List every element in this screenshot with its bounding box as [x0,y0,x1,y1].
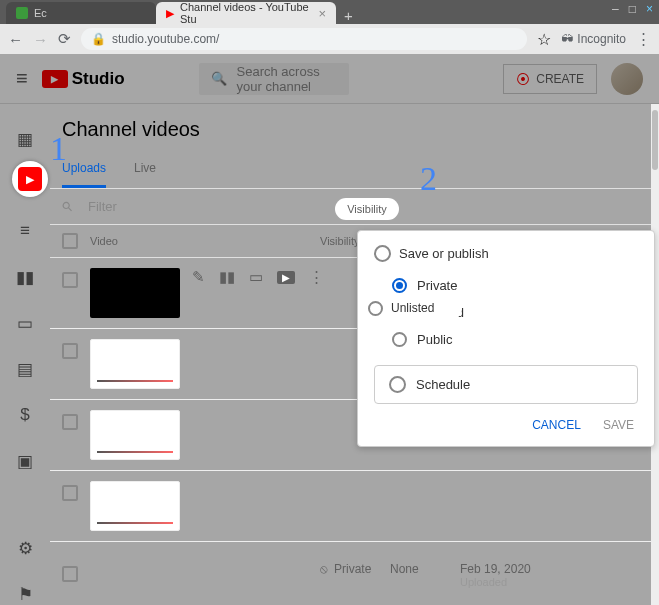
tab-title: Channel videos - YouTube Stu [180,1,312,25]
youtube-icon[interactable]: ▶ [277,271,295,284]
save-button[interactable]: SAVE [603,418,634,432]
annotation-number-1: 1 [50,130,67,168]
radio-unlisted-highlight [368,301,383,316]
tab-uploads[interactable]: Uploads [62,151,106,188]
tab-strip: Ec ▶ Channel videos - YouTube Stu × + [0,0,659,24]
youtube-favicon: ▶ [166,7,174,20]
page-title: Channel videos [50,104,659,151]
incognito-icon: 🕶 [561,32,573,46]
row-checkbox[interactable] [62,272,78,288]
cancel-button[interactable]: CANCEL [532,418,581,432]
rail-feedback[interactable]: ⚑ [14,583,36,605]
maximize-button[interactable]: □ [629,2,636,16]
rail-monetization[interactable]: $ [14,404,36,426]
search-input[interactable]: 🔍 Search across your channel [199,63,349,95]
select-all-checkbox[interactable] [62,233,78,249]
rail-playlists[interactable]: ≡ [14,220,36,242]
content-tabs: Uploads Live [50,151,659,189]
rail-subtitles[interactable]: ▤ [14,358,36,380]
rail-library[interactable]: ▣ [14,450,36,472]
tab-title: Ec [34,7,47,19]
create-button[interactable]: ⦿ CREATE [503,64,597,94]
row-checkbox[interactable] [62,414,78,430]
schedule-option[interactable]: Schedule [374,365,638,404]
edit-icon[interactable]: ✎ [192,268,205,286]
browser-menu-button[interactable]: ⋮ [636,30,651,48]
filter-icon: ⚲ [58,198,76,216]
row-checkbox[interactable] [62,343,78,359]
annotation-highlight-visibility-header: Visibility [335,198,399,220]
search-icon: 🔍 [211,71,227,86]
more-icon[interactable]: ⋮ [309,268,324,286]
analytics-icon[interactable]: ▮▮ [219,268,235,286]
studio-label: Studio [72,69,125,89]
annotation-highlight-unlisted: Unlisted [360,295,462,321]
create-label: CREATE [536,72,584,86]
visibility-dropdown: Save or publish Private Unlisted Public … [357,230,655,447]
filter-label: Filter [88,199,117,214]
youtube-icon: ▶ [42,70,68,88]
content-icon: ▶ [18,167,42,191]
radio-schedule[interactable] [389,376,406,393]
rail-settings[interactable]: ⚙ [14,537,36,559]
tab-live[interactable]: Live [134,151,156,188]
url-text: studio.youtube.com/ [112,32,219,46]
save-or-publish-radio[interactable] [374,245,391,262]
video-thumbnail[interactable] [90,268,180,318]
col-video[interactable]: Video [90,235,320,247]
video-thumbnail[interactable] [90,339,180,389]
lock-icon: 🔒 [91,32,106,46]
annotation-number-2: 2 [420,160,437,198]
incognito-indicator: 🕶 Incognito [561,32,626,46]
radio-private[interactable] [392,278,407,293]
search-placeholder: Search across your channel [237,64,337,94]
back-button[interactable]: ← [8,31,23,48]
tab-close-button[interactable]: × [318,6,326,21]
tab-favicon [16,7,28,19]
create-icon: ⦿ [516,71,530,87]
minimize-button[interactable]: – [612,2,619,16]
hamburger-menu-button[interactable]: ≡ [16,67,28,90]
option-public[interactable]: Public [374,326,638,353]
forward-button[interactable]: → [33,31,48,48]
comment-icon[interactable]: ▭ [249,268,263,286]
address-bar: ← → ⟳ 🔒 studio.youtube.com/ ☆ 🕶 Incognit… [0,24,659,54]
table-row[interactable] [50,471,659,542]
visibility-panel-title: Save or publish [374,245,638,262]
browser-tab-active[interactable]: ▶ Channel videos - YouTube Stu × [156,2,336,24]
rail-comments[interactable]: ▭ [14,312,36,334]
table-row[interactable]: ⦸ Private None Feb 19, 2020 Uploaded [50,552,659,605]
row-hover-actions: ✎ ▮▮ ▭ ▶ ⋮ [192,268,324,286]
close-window-button[interactable]: × [646,2,653,16]
url-input[interactable]: 🔒 studio.youtube.com/ [81,28,527,50]
app-header: ≡ ▶ Studio 🔍 Search across your channel … [0,54,659,104]
row-checkbox[interactable] [62,485,78,501]
visibility-cell[interactable]: ⦸ Private [320,562,390,576]
date-cell: Feb 19, 2020 Uploaded [460,562,560,588]
row-checkbox[interactable] [62,566,78,582]
new-tab-button[interactable]: + [336,7,361,24]
avatar-button[interactable] [611,63,643,95]
incognito-label: Incognito [577,32,626,46]
rail-analytics[interactable]: ▮▮ [14,266,36,288]
private-icon: ⦸ [320,562,328,576]
rail-dashboard[interactable]: ▦ [14,128,36,150]
reload-button[interactable]: ⟳ [58,30,71,48]
restrictions-cell: None [390,562,460,576]
radio-public[interactable] [392,332,407,347]
video-thumbnail[interactable] [90,481,180,531]
studio-logo[interactable]: ▶ Studio [42,69,125,89]
window-controls[interactable]: – □ × [612,2,653,16]
video-thumbnail[interactable] [90,410,180,460]
bookmark-star-icon[interactable]: ☆ [537,30,551,49]
browser-tab-inactive[interactable]: Ec [6,2,156,24]
annotation-highlight-content-tab: ▶ [12,161,48,197]
